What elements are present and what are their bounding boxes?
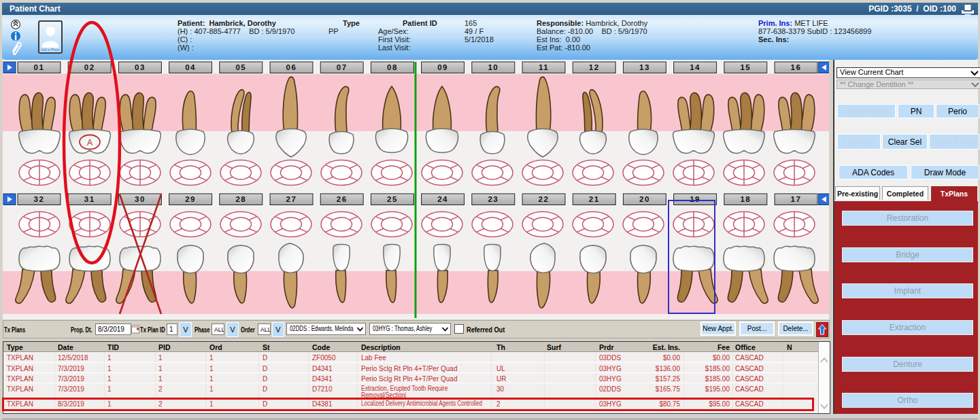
svg-text:30: 30 <box>135 195 146 203</box>
svg-text:22: 22 <box>539 195 550 203</box>
svg-text:16: 16 <box>791 63 802 71</box>
svg-text:20: 20 <box>639 195 650 203</box>
svg-text:28: 28 <box>235 195 246 203</box>
svg-text:13: 13 <box>639 63 650 71</box>
svg-text:11: 11 <box>539 63 549 71</box>
svg-text:09: 09 <box>437 63 448 71</box>
svg-text:23: 23 <box>488 195 499 203</box>
svg-text:15: 15 <box>740 63 751 71</box>
svg-text:32: 32 <box>34 195 45 203</box>
svg-text:07: 07 <box>337 63 348 71</box>
svg-text:01: 01 <box>34 63 45 71</box>
svg-text:17: 17 <box>791 195 802 203</box>
svg-text:21: 21 <box>589 195 600 203</box>
svg-text:19: 19 <box>690 195 700 203</box>
svg-text:05: 05 <box>235 63 246 71</box>
svg-text:12: 12 <box>589 63 600 71</box>
svg-text:25: 25 <box>387 195 398 203</box>
svg-text:14: 14 <box>690 63 700 71</box>
svg-text:10: 10 <box>488 63 499 71</box>
svg-text:Add a Photo: Add a Photo <box>41 48 60 52</box>
svg-text:29: 29 <box>185 195 196 203</box>
svg-text:27: 27 <box>286 195 297 203</box>
svg-text:24: 24 <box>437 195 448 203</box>
svg-text:04: 04 <box>185 63 196 71</box>
svg-text:03: 03 <box>135 63 146 71</box>
svg-text:08: 08 <box>387 63 398 71</box>
svg-text:18: 18 <box>740 195 751 203</box>
svg-text:06: 06 <box>286 63 297 71</box>
svg-text:26: 26 <box>337 195 348 203</box>
